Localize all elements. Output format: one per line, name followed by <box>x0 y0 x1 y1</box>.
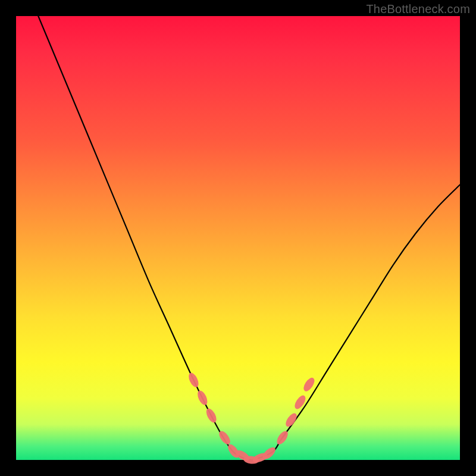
marker-point <box>293 394 308 411</box>
marker-point <box>275 429 290 446</box>
outer-frame: TheBottleneck.com <box>0 0 476 476</box>
marker-point <box>187 371 201 389</box>
chart-svg <box>16 16 460 460</box>
marker-point <box>204 407 218 424</box>
marker-point <box>196 389 209 406</box>
plot-area <box>16 16 460 460</box>
watermark-text: TheBottleneck.com <box>366 2 470 16</box>
bottleneck-curve <box>38 16 460 460</box>
